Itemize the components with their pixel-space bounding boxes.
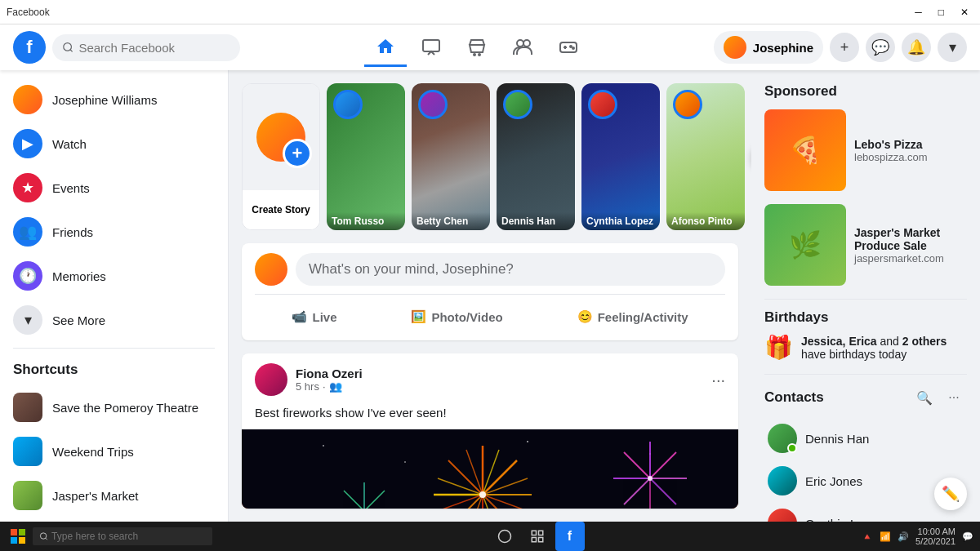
nav-groups-button[interactable]	[501, 28, 544, 67]
create-story-card[interactable]: + Create Story	[242, 83, 320, 230]
new-message-button[interactable]: ✏️	[934, 478, 967, 510]
taskbar-time-display: 10:00 AM	[915, 527, 956, 536]
contacts-title: Contacts	[764, 389, 824, 406]
birthday-count: 2 others	[902, 335, 947, 348]
search-bar[interactable]	[52, 34, 240, 61]
shortcut-pomeroy[interactable]: Save the Pomeroy Theatre	[7, 386, 221, 429]
sidebar-item-friends[interactable]: 👥 Friends	[7, 211, 221, 253]
shortcuts-title: Shortcuts	[0, 355, 228, 384]
story-betty[interactable]: Betty Chen	[412, 83, 490, 230]
contact-dennis[interactable]: Dennis Han	[764, 419, 967, 458]
ad-lebo[interactable]: 🍕 Lebo's Pizza lebospizza.com	[764, 109, 967, 191]
photo-icon: 🖼️	[411, 309, 426, 324]
story-dennis-name: Dennis Han	[497, 212, 575, 230]
messenger-button[interactable]: 💬	[866, 33, 895, 62]
taskbar-center: f	[216, 522, 858, 551]
svg-point-8	[570, 46, 572, 47]
taskbar-task-view-button[interactable]	[490, 522, 519, 551]
post-more-button[interactable]: ···	[711, 371, 725, 389]
ad-jasper[interactable]: 🌿 Jasper's Market Produce Sale jaspersma…	[764, 204, 967, 286]
post-separator: ·	[323, 380, 326, 393]
sidebar-user-name: Josephine Williams	[52, 93, 157, 107]
title-bar: Facebook ─ □ ✕	[0, 0, 980, 24]
ad-lebo-image: 🍕	[764, 109, 846, 191]
nav-gaming-button[interactable]	[547, 28, 590, 67]
taskbar-search-bar[interactable]	[33, 527, 212, 545]
taskbar-facebook-icon: f	[568, 529, 572, 544]
svg-point-3	[474, 54, 475, 56]
sidebar-seemore-label: See More	[52, 313, 105, 327]
window-controls[interactable]: ─ □ ✕	[910, 5, 973, 20]
feeling-button[interactable]: 😊 Feeling/Activity	[564, 303, 702, 331]
sidebar-item-memories[interactable]: 🕐 Memories	[7, 255, 221, 297]
story-afonso[interactable]: Afonso Pinto	[666, 83, 745, 230]
notifications-button[interactable]: 🔔	[902, 33, 931, 62]
sidebar-divider	[13, 348, 215, 349]
svg-point-5	[517, 40, 523, 47]
maximize-button[interactable]: □	[933, 5, 949, 20]
task-view-icon	[497, 529, 512, 544]
svg-point-0	[64, 43, 72, 51]
fiona-post: Fiona Ozeri 5 hrs · 👥 ··· Best fireworks…	[242, 353, 738, 509]
birthdays-title: Birthdays	[764, 309, 967, 326]
contacts-more-button[interactable]: ···	[941, 384, 967, 411]
svg-rect-61	[532, 531, 536, 535]
nav-marketplace-button[interactable]	[456, 28, 498, 67]
story-dennis[interactable]: Dennis Han	[497, 83, 575, 230]
shortcut-jaspers[interactable]: Jasper's Market	[7, 474, 221, 517]
sidebar-item-seemore[interactable]: ▾ See More	[7, 299, 221, 341]
story-tom[interactable]: Tom Russo	[327, 83, 405, 230]
post-author-name: Fiona Ozeri	[296, 367, 703, 380]
taskbar-apps-button[interactable]	[523, 522, 552, 551]
svg-point-12	[404, 461, 406, 463]
shortcut-redtable[interactable]: Red Table Talk Group	[7, 518, 221, 522]
taskbar-wifi-icon: 🔺	[862, 531, 873, 542]
live-label: Live	[312, 310, 336, 324]
minimize-button[interactable]: ─	[910, 5, 927, 20]
stories-row: + Create Story Tom Russo Betty Chen Denn…	[242, 83, 738, 230]
post-meta: 5 hrs · 👥	[296, 380, 703, 393]
create-story-label: Create Story	[243, 190, 319, 229]
contact-dennis-avatar	[768, 424, 797, 453]
taskbar-volume-icon: 🔊	[898, 531, 909, 542]
svg-point-13	[527, 441, 528, 442]
taskbar-facebook-button[interactable]: f	[555, 522, 585, 551]
contact-cynthia[interactable]: Cynthia Lopez	[764, 504, 967, 522]
taskbar-notification-icon[interactable]: 💬	[962, 531, 973, 542]
svg-rect-63	[532, 538, 536, 542]
add-button[interactable]: +	[830, 33, 859, 62]
search-input[interactable]	[78, 41, 230, 55]
sidebar-item-events[interactable]: ★ Events	[7, 167, 221, 209]
nav-home-button[interactable]	[364, 28, 407, 67]
shortcut-jaspers-label: Jasper's Market	[52, 489, 138, 503]
shortcut-weekendtrips[interactable]: Weekend Trips	[7, 430, 221, 473]
post-input[interactable]: What's on your mind, Josephine?	[296, 253, 725, 286]
nav-watch-button[interactable]	[410, 28, 452, 67]
user-profile-button[interactable]: Josephine	[714, 31, 823, 64]
post-image	[242, 429, 738, 509]
facebook-logo[interactable]: f	[13, 31, 46, 64]
right-sidebar: Sponsored 🍕 Lebo's Pizza lebospizza.com …	[751, 70, 980, 522]
live-button[interactable]: 📹 Live	[278, 303, 350, 331]
sidebar-item-watch[interactable]: ▶ Watch	[7, 122, 221, 165]
svg-rect-64	[538, 538, 542, 542]
contact-dennis-online-indicator	[787, 443, 797, 453]
close-button[interactable]: ✕	[956, 5, 973, 20]
windows-start-button[interactable]	[7, 525, 29, 548]
weekendtrips-icon	[13, 437, 42, 466]
taskbar-search-input[interactable]	[51, 531, 206, 542]
shortcut-weekendtrips-label: Weekend Trips	[52, 445, 134, 459]
story-cynthia[interactable]: Cynthia Lopez	[581, 83, 660, 230]
taskbar-clock: 10:00 AM 5/20/2021	[915, 527, 956, 546]
sidebar-item-user[interactable]: Josephine Williams	[7, 78, 221, 121]
menu-button[interactable]: ▾	[938, 33, 967, 62]
pomeroy-icon	[13, 393, 42, 422]
post-privacy-icon: 👥	[329, 380, 342, 393]
photo-video-button[interactable]: 🖼️ Photo/Video	[398, 303, 515, 331]
contacts-search-button[interactable]: 🔍	[911, 384, 938, 411]
story-afonso-avatar	[673, 90, 702, 119]
birthday-text: Jessica, Erica and 2 others have birthda…	[801, 335, 967, 361]
contacts-actions: 🔍 ···	[911, 384, 967, 411]
svg-point-9	[572, 47, 574, 49]
post-actions: 📹 Live 🖼️ Photo/Video 😊 Feeling/Activity	[255, 294, 725, 331]
